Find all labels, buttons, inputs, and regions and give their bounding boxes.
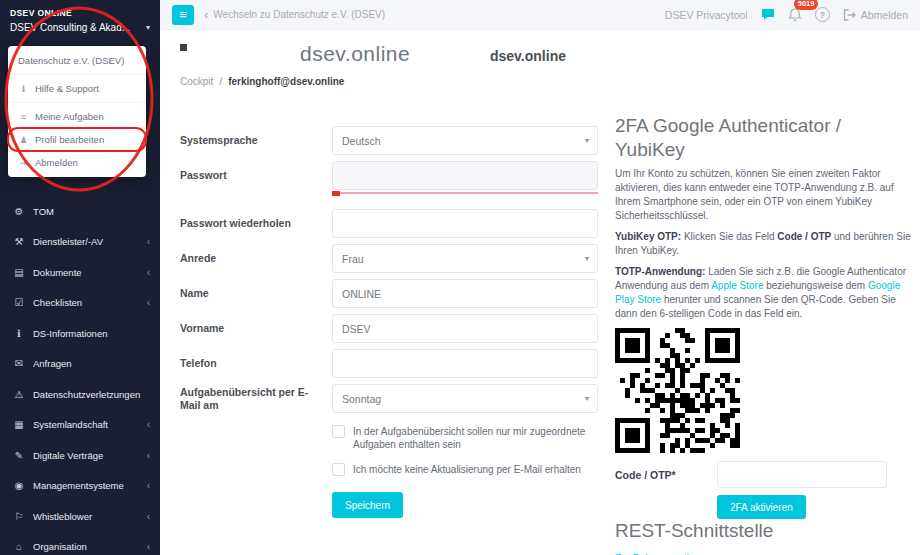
- sidebar-item-tom[interactable]: ⚙TOM: [0, 196, 160, 227]
- systemlandschaft-icon: ▦: [13, 419, 25, 430]
- aufgabenuebersicht-value: Sonntag: [342, 393, 381, 405]
- sidebar-item-label: Managementsysteme: [33, 480, 139, 491]
- org-switcher[interactable]: DSEV Consulting & Akad... ▾: [10, 22, 150, 33]
- telefon-input[interactable]: [332, 349, 598, 378]
- systemsprache-select[interactable]: Deutsch▾: [332, 126, 598, 155]
- sidebar-item-checklisten[interactable]: ☑Checklisten‹: [0, 288, 160, 319]
- logout-button[interactable]: Abmelden: [843, 9, 908, 21]
- sidebar-item-datenschutzverletzungen[interactable]: ⚠Datenschutzverletzungen: [0, 379, 160, 410]
- meine-aufgaben-icon: ≡: [18, 112, 29, 122]
- sidebar: DSEV ONLINE DSEV Consulting & Akad... ▾ …: [0, 0, 160, 555]
- sidebar-item-label: Whistleblower: [33, 511, 139, 522]
- sidebar-item-ds-informationen[interactable]: ℹDS-Informationen: [0, 318, 160, 349]
- logo-mark: [180, 44, 187, 51]
- user-dropdown: Datenschutz e.V. (DSEV)ℹHilfe & Support≡…: [8, 46, 146, 177]
- help-button[interactable]: ?: [815, 7, 830, 22]
- tasks-checkbox[interactable]: [332, 425, 345, 438]
- anrede-value: Frau: [342, 253, 364, 265]
- form-row-telefon: Telefon: [180, 349, 598, 378]
- sidebar-item-managementsysteme[interactable]: ◉Managementsysteme‹: [0, 471, 160, 502]
- sidebar-item-digitale-vertr-ge[interactable]: ✎Digitale Verträge‹: [0, 440, 160, 471]
- breadcrumb-cockpit[interactable]: Cockpit: [180, 76, 213, 87]
- sidebar-item-systemlandschaft[interactable]: ▦Systemlandschaft‹: [0, 410, 160, 441]
- sidebar-item-organisation[interactable]: ⌂Organisation‹: [0, 532, 160, 555]
- logout-icon: [843, 9, 856, 21]
- dropdown-item-label: Meine Aufgaben: [35, 111, 104, 122]
- sidebar-item-anfragen[interactable]: ✉Anfragen: [0, 349, 160, 380]
- abmelden-icon: ⇥: [18, 158, 29, 168]
- profile-form: Systemsprache Deutsch▾ Passwort Passwort…: [180, 126, 598, 518]
- vorname-input[interactable]: [332, 314, 598, 343]
- page-header: dsev.online dsev.online Cockpit / ferkin…: [160, 30, 920, 94]
- menu-toggle-button[interactable]: ≡: [172, 5, 194, 25]
- chevron-icon: ‹: [147, 419, 150, 430]
- profil-bearbeiten-icon: ♟: [18, 135, 29, 145]
- name-label: Name: [180, 279, 332, 308]
- dropdown-item-abmelden[interactable]: ⇥Abmelden: [8, 151, 146, 174]
- chevron-icon: ‹: [147, 267, 150, 278]
- code-otp-row: Code / OTP*: [615, 461, 915, 488]
- sidebar-item-label: DS-Informationen: [33, 328, 150, 339]
- password-strength-meter: [332, 191, 598, 196]
- qr-code: [615, 328, 740, 453]
- dropdown-item-meine-aufgaben[interactable]: ≡Meine Aufgaben: [8, 105, 146, 128]
- back-link[interactable]: ‹ Wechseln zu Datenschutz e.V. (DSEV): [204, 8, 385, 21]
- passwort-wiederholen-input[interactable]: [332, 209, 598, 238]
- ds-informationen-icon: ℹ: [13, 328, 25, 339]
- sidebar-item-label: Checklisten: [33, 297, 139, 308]
- sidebar-item-label: Datenschutzverletzungen: [33, 389, 150, 400]
- email-updates-checkbox-label: Ich möchte keine Aktualisierung per E-Ma…: [353, 463, 581, 476]
- twofa-title: 2FA Google Authenticator / YubiKey: [615, 114, 915, 162]
- save-button[interactable]: Speichern: [332, 492, 403, 518]
- digitale-vertr-ge-icon: ✎: [13, 450, 25, 461]
- checkbox-row-tasks: In der Aufgabenübersicht sollen nur mir …: [332, 425, 598, 451]
- dropdown-item-hilfe-support[interactable]: ℹHilfe & Support: [8, 77, 146, 100]
- main-content: Systemsprache Deutsch▾ Passwort Passwort…: [160, 94, 920, 555]
- chevron-left-icon: ‹: [204, 8, 208, 21]
- sidebar-menu: ⚙TOM⚒Dienstleister/-AV‹▤Dokumente‹☑Check…: [0, 196, 160, 555]
- managementsysteme-icon: ◉: [13, 480, 25, 491]
- sidebar-item-dokumente[interactable]: ▤Dokumente‹: [0, 257, 160, 288]
- topbar: ≡ ‹ Wechseln zu Datenschutz e.V. (DSEV) …: [160, 0, 920, 30]
- aufgabenuebersicht-select[interactable]: Sonntag▾: [332, 384, 598, 413]
- notification-badge: 5019: [794, 0, 819, 10]
- apple-store-link[interactable]: Apple Store: [711, 280, 763, 291]
- topbar-brand: DSEV Privacytool: [665, 9, 748, 21]
- back-link-label: Wechseln zu Datenschutz e.V. (DSEV): [213, 9, 385, 20]
- dropdown-item-label: Profil bearbeiten: [35, 134, 104, 145]
- dropdown-item-datenschutz-e-v-dsev[interactable]: Datenschutz e.V. (DSEV): [8, 49, 146, 72]
- chevron-icon: ‹: [147, 236, 150, 247]
- breadcrumb-separator: /: [219, 76, 222, 87]
- aufgabenuebersicht-label: Aufgabenübersicht per E-Mail am: [180, 384, 332, 413]
- passwort-label: Passwort: [180, 161, 332, 196]
- chevron-down-icon: ▾: [585, 254, 589, 263]
- passwort-input[interactable]: [332, 161, 598, 190]
- anrede-select[interactable]: Frau▾: [332, 244, 598, 273]
- checklisten-icon: ☑: [13, 297, 25, 308]
- sidebar-item-dienstleister-av[interactable]: ⚒Dienstleister/-AV‹: [0, 227, 160, 258]
- sidebar-brand: DSEV ONLINE DSEV Consulting & Akad... ▾: [0, 0, 160, 39]
- datenschutzverletzungen-icon: ⚠: [13, 389, 25, 400]
- chevron-down-icon: ▾: [585, 136, 589, 145]
- dropdown-item-profil-bearbeiten[interactable]: ♟Profil bearbeiten: [8, 128, 146, 151]
- anrede-label: Anrede: [180, 244, 332, 273]
- passwort-wiederholen-label: Passwort wiederholen: [180, 209, 332, 238]
- divider: [8, 102, 146, 103]
- vorname-label: Vorname: [180, 314, 332, 343]
- form-row-systemsprache: Systemsprache Deutsch▾: [180, 126, 598, 155]
- sidebar-item-whistleblower[interactable]: ⚐Whistleblower‹: [0, 501, 160, 532]
- totp-paragraph: TOTP-Anwendung: Laden Sie sich z.B. die …: [615, 265, 915, 321]
- notifications-button[interactable]: 5019: [788, 7, 802, 22]
- name-input[interactable]: [332, 279, 598, 308]
- email-updates-checkbox[interactable]: [332, 463, 345, 476]
- site-logo: dsev.online: [300, 42, 410, 66]
- form-row-passwort-wiederholen: Passwort wiederholen: [180, 209, 598, 238]
- chat-button[interactable]: [761, 8, 775, 21]
- activate-2fa-button[interactable]: 2FA aktivieren: [717, 495, 806, 519]
- organisation-icon: ⌂: [13, 541, 25, 552]
- code-otp-input[interactable]: [717, 461, 887, 488]
- form-row-anrede: Anrede Frau▾: [180, 244, 598, 273]
- code-otp-label: Code / OTP*: [615, 469, 717, 481]
- yubikey-paragraph: YubiKey OTP: Klicken Sie das Feld Code /…: [615, 230, 915, 258]
- dokumente-icon: ▤: [13, 267, 25, 278]
